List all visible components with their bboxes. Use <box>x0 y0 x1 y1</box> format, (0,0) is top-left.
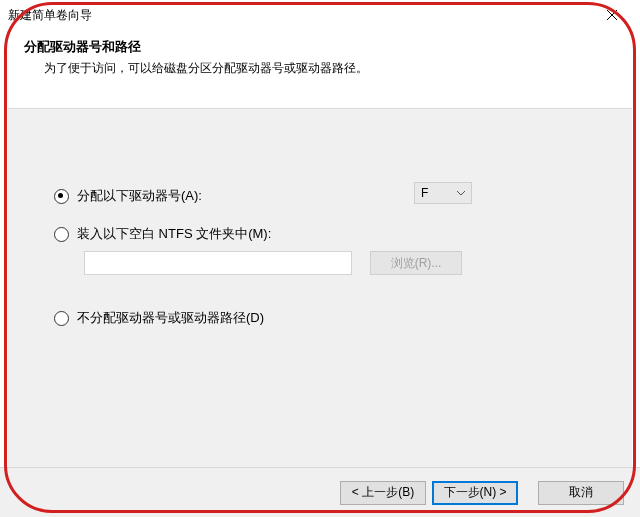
option-assign-letter[interactable]: 分配以下驱动器号(A): <box>54 185 604 207</box>
radio-no-assign[interactable] <box>54 311 69 326</box>
browse-button: 浏览(R)... <box>370 251 462 275</box>
back-button[interactable]: < 上一步(B) <box>340 481 426 505</box>
close-button[interactable] <box>590 0 634 30</box>
content-pane: 分配以下驱动器号(A): F 装入以下空白 NTFS 文件夹中(M): 浏览(R… <box>8 108 632 467</box>
option-mount-folder[interactable]: 装入以下空白 NTFS 文件夹中(M): <box>54 223 604 245</box>
next-button-label: 下一步(N) > <box>444 484 507 501</box>
option-mount-folder-row: 装入以下空白 NTFS 文件夹中(M): 浏览(R)... <box>54 223 604 245</box>
radio-mount-folder[interactable] <box>54 227 69 242</box>
option-assign-letter-row: 分配以下驱动器号(A): F <box>54 185 604 207</box>
drive-letter-value: F <box>421 186 457 200</box>
cancel-button-label: 取消 <box>569 484 593 501</box>
browse-button-label: 浏览(R)... <box>391 255 442 272</box>
option-mount-folder-label: 装入以下空白 NTFS 文件夹中(M): <box>77 225 271 243</box>
option-assign-letter-label: 分配以下驱动器号(A): <box>77 187 202 205</box>
cancel-button[interactable]: 取消 <box>538 481 624 505</box>
page-description: 为了便于访问，可以给磁盘分区分配驱动器号或驱动器路径。 <box>24 60 616 77</box>
chevron-down-icon <box>457 189 465 197</box>
titlebar: 新建简单卷向导 <box>0 0 640 30</box>
options-group: 分配以下驱动器号(A): F 装入以下空白 NTFS 文件夹中(M): 浏览(R… <box>54 185 604 345</box>
close-icon <box>607 10 617 20</box>
drive-letter-select[interactable]: F <box>414 182 472 204</box>
option-no-assign[interactable]: 不分配驱动器号或驱动器路径(D) <box>54 307 604 329</box>
window-title: 新建简单卷向导 <box>8 7 590 24</box>
radio-assign-letter[interactable] <box>54 189 69 204</box>
next-button[interactable]: 下一步(N) > <box>432 481 518 505</box>
wizard-footer: < 上一步(B) 下一步(N) > 取消 <box>0 467 640 517</box>
back-button-label: < 上一步(B) <box>352 484 414 501</box>
wizard-header: 分配驱动器号和路径 为了便于访问，可以给磁盘分区分配驱动器号或驱动器路径。 <box>0 30 640 91</box>
page-title: 分配驱动器号和路径 <box>24 38 616 56</box>
mount-path-input <box>84 251 352 275</box>
option-no-assign-label: 不分配驱动器号或驱动器路径(D) <box>77 309 264 327</box>
wizard-window: 新建简单卷向导 分配驱动器号和路径 为了便于访问，可以给磁盘分区分配驱动器号或驱… <box>0 0 640 517</box>
